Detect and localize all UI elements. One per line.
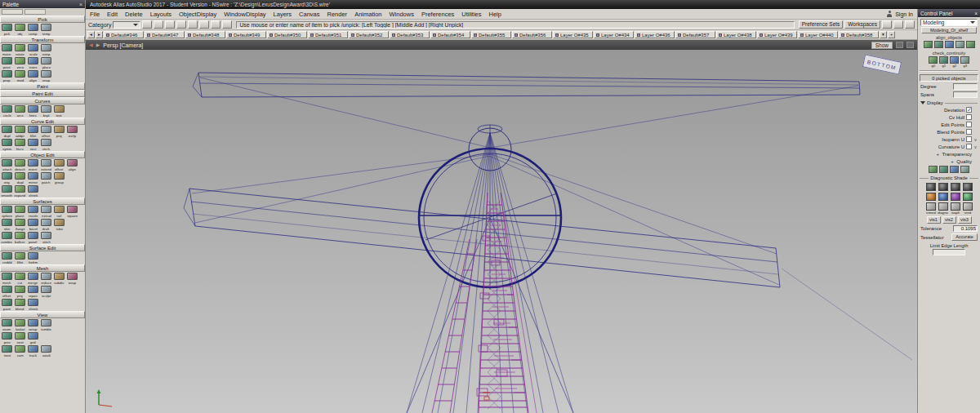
palette-tool-button[interactable]: azialt	[40, 345, 52, 357]
palette-tool-button[interactable]: shrink	[27, 299, 39, 311]
palette-tool-button[interactable]: grid	[27, 332, 39, 344]
checkbox[interactable]	[966, 114, 972, 120]
continuity-tool-button[interactable]: g2	[950, 56, 960, 68]
layer-tab[interactable]: Layer O#435	[553, 31, 593, 38]
checkbox[interactable]	[966, 122, 972, 127]
toolbar-icon[interactable]	[165, 20, 175, 29]
palette-tool-button[interactable]: dupl	[1, 126, 13, 138]
menu-item[interactable]: Animation	[354, 11, 381, 18]
palette-tool-button[interactable]: draft	[40, 219, 52, 231]
palette-tool-button[interactable]: plane	[14, 206, 26, 218]
palette-tool-button[interactable]: next	[14, 332, 26, 344]
diagnostic-shade-button[interactable]	[925, 193, 937, 201]
toolbar-icon[interactable]	[211, 20, 220, 29]
align-tool-button[interactable]	[965, 41, 975, 48]
palette-tool-button[interactable]: expand	[14, 185, 26, 198]
limit-edge-length-field[interactable]	[933, 249, 965, 255]
layer-tab[interactable]: Layer O#439	[757, 31, 797, 38]
palette-tool-button[interactable]: tube	[53, 219, 65, 231]
palette-tool-button[interactable]: track	[27, 345, 39, 357]
palette-tool-button[interactable]: arcs	[14, 105, 26, 118]
diagnostic-shade-button[interactable]: isoph	[950, 202, 961, 215]
palette-tool-button[interactable]: flange	[14, 219, 26, 231]
spans-field[interactable]	[953, 91, 978, 98]
palette-tool-button[interactable]: rail	[53, 206, 65, 218]
vis-button[interactable]: vis2	[942, 216, 956, 224]
layer-add-icon[interactable]: +	[888, 31, 895, 38]
palette-tool-button[interactable]: smooth	[1, 185, 13, 198]
layer-tab[interactable]: Default#347	[145, 31, 185, 38]
diagnostic-shade-button[interactable]	[962, 183, 973, 191]
palette-section-header[interactable]: Pick	[0, 16, 85, 23]
palette-tool-button[interactable]: extrud	[40, 206, 52, 218]
toolbar-icon[interactable]	[176, 20, 186, 29]
layer-prev-icon[interactable]: ◂	[87, 31, 95, 38]
palette-tool-button[interactable]: group	[53, 172, 65, 184]
toolbar-icon[interactable]	[142, 20, 152, 29]
palette-section-header[interactable]: Paint Edit	[0, 90, 85, 97]
layer-next-icon[interactable]: ▸	[96, 31, 103, 38]
close-icon[interactable]: ×	[974, 11, 978, 16]
palette-tool-button[interactable]: fillet	[27, 126, 39, 138]
palette-tool-button[interactable]: align	[27, 70, 39, 82]
palette-section-header[interactable]: Object Edit	[0, 151, 85, 158]
palette-tool-button[interactable]: reduce	[40, 273, 52, 285]
checkbox[interactable]	[966, 144, 972, 149]
layer-tab[interactable]: Default#351	[308, 31, 348, 38]
palette-tool-button[interactable]: orig	[1, 172, 13, 184]
palette-tab[interactable]	[24, 9, 46, 15]
diagnostic-shade-button[interactable]	[950, 193, 961, 201]
mode-dropdown[interactable]: Modeling	[920, 19, 978, 26]
sign-in-button[interactable]: Sign In	[886, 11, 913, 17]
show-menu-button[interactable]: Show	[871, 42, 893, 49]
menu-item[interactable]: Preferences	[421, 11, 454, 18]
toolbar-icon[interactable]	[905, 20, 915, 29]
diagnostic-shade-header[interactable]: Diagnostic Shade	[918, 174, 980, 182]
layer-tab[interactable]: Layer O#436	[635, 31, 675, 38]
palette-tool-button[interactable]: addpt	[14, 126, 26, 138]
palette-tool-button[interactable]: attach	[1, 159, 13, 171]
palette-tool-button[interactable]: offset	[53, 159, 65, 171]
palette-section-header[interactable]: Curve Edit	[0, 118, 85, 125]
palette-tool-button[interactable]: ballcnr	[14, 232, 26, 244]
display-section-header[interactable]: Display	[918, 99, 980, 106]
palette-tool-button[interactable]: proj	[53, 126, 65, 138]
shelf-tab[interactable]: Modeling_Or_shelf	[921, 27, 977, 33]
perspective-viewport[interactable]: BOTTOM	[86, 50, 917, 413]
palette-tool-button[interactable]: cut	[14, 273, 26, 285]
palette-tool-button[interactable]: extend	[40, 159, 52, 171]
align-tool-button[interactable]	[933, 41, 943, 48]
palette-section-header[interactable]: Transform	[0, 36, 85, 43]
palette-tool-button[interactable]: fillet	[14, 252, 26, 264]
diagnostic-shade-button[interactable]	[938, 193, 949, 201]
layer-tab[interactable]: Default#358	[839, 31, 879, 38]
palette-tool-button[interactable]: offset	[1, 286, 13, 298]
palette-tool-button[interactable]: skin	[1, 219, 13, 231]
palette-tool-button[interactable]: setup	[27, 319, 39, 331]
palette-tool-button[interactable]: pivot	[1, 57, 13, 69]
option-dropdown-icon[interactable]: v	[973, 144, 978, 149]
menu-item[interactable]: Delete	[125, 11, 143, 18]
layer-tab[interactable]: Default#353	[390, 31, 430, 38]
palette-title-bar[interactable]: Palette ×	[0, 0, 85, 8]
palette-tool-button[interactable]: lines	[27, 105, 39, 118]
palette-tool-button[interactable]: symm	[1, 139, 13, 151]
workspaces-button[interactable]: Workspaces	[844, 20, 880, 29]
layer-tab[interactable]: Default#355	[471, 31, 511, 38]
tolerance-field[interactable]: 0.1095	[953, 225, 978, 232]
palette-tool-button[interactable]: repair	[27, 286, 39, 298]
menu-item[interactable]: ObjectDisplay	[179, 11, 216, 18]
palette-tool-button[interactable]: scale	[27, 44, 39, 56]
palette-tool-button[interactable]: tumble	[40, 319, 52, 331]
continuity-tool-button[interactable]: g0	[929, 56, 938, 68]
palette-tool-button[interactable]: subdiv	[53, 273, 65, 285]
toolbar-icon[interactable]	[882, 20, 892, 29]
palette-tool-button[interactable]: obj	[14, 24, 26, 36]
menu-item[interactable]: Help	[489, 11, 501, 18]
palette-tool-button[interactable]: proj	[14, 286, 26, 298]
viewport-camera-label[interactable]: Persp [Camera]	[103, 42, 143, 48]
checkbox[interactable]	[966, 107, 972, 113]
palette-tab[interactable]	[2, 9, 23, 15]
palette-tool-button[interactable]: combin	[1, 232, 13, 244]
layer-tab[interactable]: Default#357	[675, 31, 715, 38]
